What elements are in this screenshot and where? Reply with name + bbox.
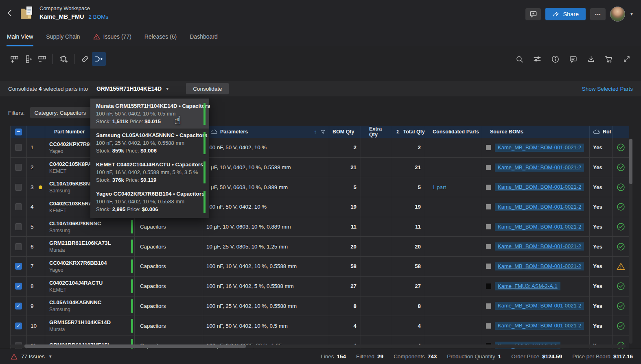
share-button[interactable]: Share: [545, 8, 586, 20]
summary-stats: Lines154Filtered29Components743Productio…: [321, 353, 633, 360]
option-title: Murata GRM155R71H104KE14D • Capacitors: [96, 102, 199, 109]
consolidate-button[interactable]: Consolidate: [186, 83, 229, 94]
sort-ascending-icon[interactable]: ↑: [314, 129, 317, 135]
vertical-scrollbar[interactable]: [629, 139, 632, 344]
part-number-cell[interactable]: GRM21BR61E106KA73LMurata: [45, 237, 135, 256]
part-number-cell[interactable]: C0402C104J4RACTUKEMET: [45, 277, 135, 296]
source-bom-link[interactable]: Kame_MB_BOM: BOM-001-0021-2: [495, 262, 584, 270]
add-row-icon[interactable]: [7, 52, 21, 66]
horizontal-scrollbar[interactable]: [10, 344, 626, 348]
row-checkbox[interactable]: ✓: [15, 263, 22, 270]
row-checkbox[interactable]: [15, 184, 22, 191]
row-select-cell[interactable]: [11, 217, 27, 237]
extra-qty-header[interactable]: Extra Qty: [361, 126, 391, 138]
part-number-cell[interactable]: GRM155R71H104KE14DMurata: [45, 316, 135, 336]
row-select-cell[interactable]: [11, 197, 27, 217]
part-number-cell[interactable]: CL05A104KA5NNNCSamsung: [45, 296, 135, 316]
row-checkbox[interactable]: ✓: [15, 303, 22, 310]
more-button[interactable]: •••: [590, 8, 606, 20]
row-checkbox[interactable]: [15, 203, 22, 210]
comment-icon[interactable]: [566, 52, 580, 66]
vertical-scrollbar-thumb[interactable]: [629, 139, 632, 184]
extra-qty-cell[interactable]: [361, 138, 391, 157]
extra-qty-cell[interactable]: [361, 197, 391, 217]
target-part-select[interactable]: GRM155R71H104KE14D ▼: [94, 85, 172, 92]
info-icon[interactable]: [548, 52, 562, 66]
dropdown-option[interactable]: Murata GRM155R71H104KE14D • Capacitors10…: [90, 99, 209, 129]
tab-supply-chain[interactable]: Supply Chain: [46, 27, 80, 46]
source-boms-header[interactable]: Source BOMs: [482, 126, 590, 138]
user-menu-caret-icon[interactable]: ▼: [630, 12, 634, 16]
source-bom-link[interactable]: Kame_MB_BOM: BOM-001-0021-2: [495, 302, 584, 310]
row-select-cell[interactable]: ✓: [11, 257, 27, 276]
select-all-cell[interactable]: [11, 126, 27, 138]
tab-dashboard[interactable]: Dashboard: [189, 27, 218, 46]
cart-icon[interactable]: [602, 52, 616, 66]
tab-releases-6[interactable]: Releases (6): [144, 27, 177, 46]
extra-qty-cell[interactable]: [361, 257, 391, 276]
filter-funnel-icon[interactable]: [320, 129, 326, 135]
avatar[interactable]: [610, 7, 625, 22]
consolidated-parts-header[interactable]: Consolidated Parts: [425, 126, 482, 138]
horizontal-scrollbar-thumb[interactable]: [24, 344, 246, 348]
parameters-header[interactable]: Parameters ↑: [203, 126, 329, 138]
extra-qty-cell[interactable]: [361, 237, 391, 256]
select-all-checkbox[interactable]: [15, 129, 22, 135]
part-number-cell[interactable]: CC0402KRX7R6BB104Yageo: [45, 257, 135, 276]
extra-qty-cell[interactable]: [361, 316, 391, 336]
source-bom-link[interactable]: Kame_MB_BOM: BOM-001-0021-2: [495, 223, 584, 231]
consolidate-text: Consolidate 4 selected parts into: [8, 86, 88, 92]
source-bom-link[interactable]: Kame_MB_BOM: BOM-001-0021-2: [495, 242, 584, 251]
row-select-cell[interactable]: [11, 177, 27, 197]
source-bom-link[interactable]: Kame_MB_BOM: BOM-001-0021-2: [495, 322, 584, 330]
row-select-cell[interactable]: ✓: [11, 277, 27, 296]
extra-qty-cell[interactable]: [361, 158, 391, 177]
row-checkbox[interactable]: [15, 223, 22, 230]
extra-qty-cell[interactable]: [361, 296, 391, 316]
add-part-icon[interactable]: [57, 52, 70, 66]
row-select-cell[interactable]: [11, 158, 27, 177]
download-icon[interactable]: [584, 52, 598, 66]
header-actions: Share ••• ▼: [525, 7, 634, 22]
dropdown-option[interactable]: Samsung CL05A104KA5NNNC • Capacitors100 …: [90, 129, 209, 158]
row-select-cell[interactable]: [11, 237, 27, 256]
bom-qty-header[interactable]: BOM Qty: [329, 126, 361, 138]
dropdown-option[interactable]: KEMET C0402C104J4RACTU • Capacitors100 n…: [90, 158, 209, 187]
boms-link[interactable]: 2 BOMs: [89, 14, 109, 20]
rohs-header[interactable]: Rol: [590, 126, 613, 138]
expand-icon[interactable]: [620, 52, 634, 66]
tab-main-view[interactable]: Main View: [7, 27, 33, 46]
source-bom-link[interactable]: Kame_MB_BOM: BOM-001-0021-2: [495, 144, 584, 152]
consolidated-parts-link[interactable]: 1 part: [432, 184, 446, 190]
source-bom-link[interactable]: Kame_MB_BOM: BOM-001-0021-2: [495, 163, 584, 172]
source-bom-link[interactable]: Kame_MB_BOM: BOM-001-0021-2: [495, 183, 584, 191]
remove-row-icon[interactable]: [35, 52, 49, 66]
extra-qty-cell[interactable]: [361, 217, 391, 237]
back-button[interactable]: [5, 8, 15, 18]
show-selected-parts-link[interactable]: Show Selected Parts: [582, 86, 633, 92]
unlink-icon[interactable]: [78, 52, 92, 66]
source-bom-link[interactable]: Kame_MB_BOM: BOM-001-0021-2: [495, 203, 584, 211]
row-select-cell[interactable]: [11, 138, 27, 157]
issues-toggle[interactable]: 77 Issues ▼: [8, 353, 55, 360]
extra-qty-cell[interactable]: [361, 177, 391, 197]
search-icon[interactable]: [512, 52, 526, 66]
row-checkbox[interactable]: [15, 144, 22, 151]
dropdown-option[interactable]: Yageo CC0402KRX7R6BB104 • Capacitors100 …: [90, 187, 209, 216]
consolidate-icon[interactable]: [92, 52, 106, 66]
tab-issues-77[interactable]: Issues (77): [93, 27, 132, 46]
row-checkbox[interactable]: ✓: [15, 283, 22, 290]
extra-qty-cell[interactable]: [361, 277, 391, 296]
filter-chip[interactable]: Category: Capacitors✕: [30, 107, 100, 118]
source-bom-link[interactable]: Kame_FMU3: ASM-2-A.1: [495, 282, 560, 290]
row-checkbox[interactable]: ✓: [15, 323, 22, 329]
total-qty-header[interactable]: Σ Total Qty: [391, 126, 425, 138]
row-select-cell[interactable]: ✓: [11, 316, 27, 336]
add-column-icon[interactable]: [21, 52, 35, 66]
part-number-cell[interactable]: CL10A106KP8NNNCSamsung: [45, 217, 135, 237]
row-checkbox[interactable]: [15, 164, 22, 171]
comment-add-button[interactable]: [525, 8, 541, 20]
row-checkbox[interactable]: [15, 243, 22, 250]
row-select-cell[interactable]: ✓: [11, 296, 27, 316]
filter-sliders-icon[interactable]: [530, 52, 544, 66]
